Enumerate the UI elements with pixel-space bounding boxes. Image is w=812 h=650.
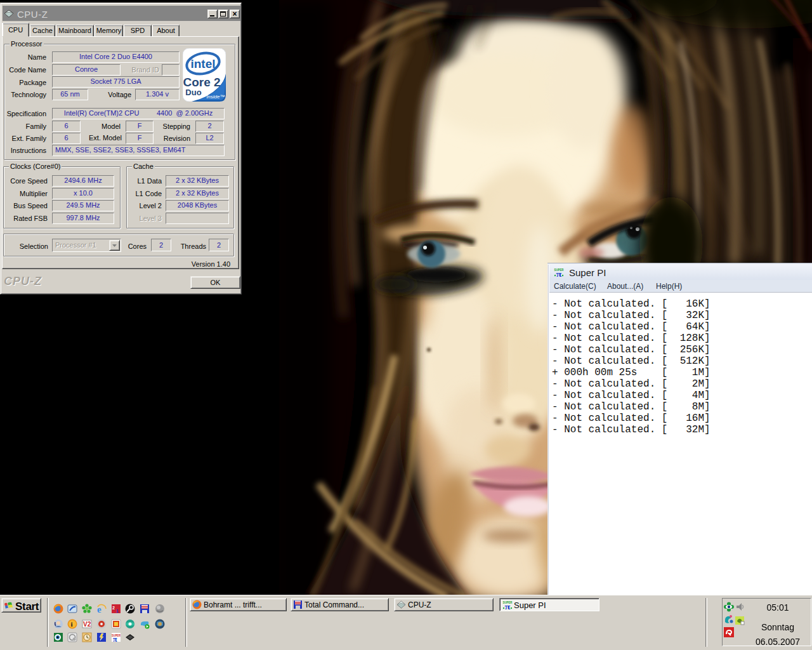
svg-text:π: π: [505, 602, 511, 610]
svg-text:1: 1: [116, 609, 119, 613]
svg-text:inside™: inside™: [207, 94, 225, 100]
svg-text:π: π: [556, 269, 562, 277]
svg-text:Duo: Duo: [185, 88, 201, 97]
svg-text:2: 2: [112, 606, 115, 610]
svg-text:Core 2: Core 2: [183, 76, 220, 89]
svg-text:π: π: [113, 635, 117, 642]
svg-text:i: i: [71, 620, 73, 628]
svg-text:V2: V2: [83, 621, 91, 628]
svg-text:intel: intel: [190, 57, 215, 70]
